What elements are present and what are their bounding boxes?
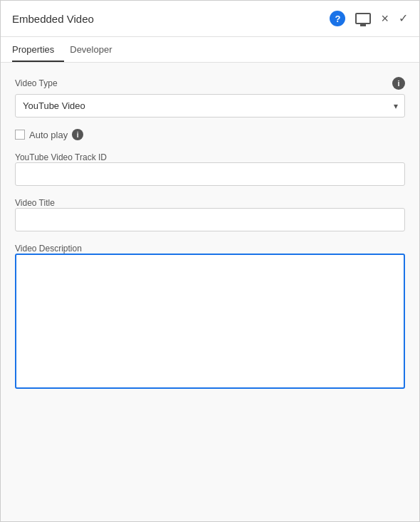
video-title-label: Video Title (15, 198, 55, 208)
track-id-group: YouTube Video Track ID (15, 152, 405, 186)
form-content: Video Type i YouTube Video Vimeo Video C… (1, 63, 419, 521)
track-id-label: YouTube Video Track ID (15, 152, 107, 162)
dialog-title: Embedded Video (12, 13, 330, 25)
embedded-video-dialog: Embedded Video ? × ✓ Properties Develope… (0, 0, 420, 522)
autoplay-row: Auto play i (15, 129, 405, 140)
monitor-icon[interactable] (355, 13, 371, 24)
track-id-input[interactable] (15, 162, 405, 186)
autoplay-checkbox[interactable] (15, 130, 25, 140)
video-type-label: Video Type (15, 78, 58, 88)
confirm-icon[interactable]: ✓ (399, 13, 408, 24)
tab-developer[interactable]: Developer (70, 37, 122, 62)
header-icons: ? × ✓ (330, 11, 408, 26)
video-type-group: Video Type i YouTube Video Vimeo Video C… (15, 77, 405, 118)
video-title-input[interactable] (15, 208, 405, 231)
video-type-select-wrapper: YouTube Video Vimeo Video Custom Video ▾ (15, 94, 405, 118)
autoplay-label: Auto play (29, 130, 68, 140)
video-description-input[interactable] (15, 254, 405, 389)
video-description-label: Video Description (15, 244, 82, 254)
video-type-header: Video Type i (15, 77, 405, 90)
help-icon[interactable]: ? (330, 11, 345, 26)
video-type-info-icon[interactable]: i (392, 77, 405, 90)
tabs: Properties Developer (1, 37, 419, 63)
video-type-select[interactable]: YouTube Video Vimeo Video Custom Video (15, 94, 405, 118)
video-title-group: Video Title (15, 197, 405, 231)
autoplay-info-icon[interactable]: i (72, 129, 83, 140)
dialog-header: Embedded Video ? × ✓ (1, 1, 419, 37)
video-description-group: Video Description (15, 243, 405, 391)
tab-properties[interactable]: Properties (12, 37, 64, 62)
close-icon[interactable]: × (381, 12, 389, 25)
